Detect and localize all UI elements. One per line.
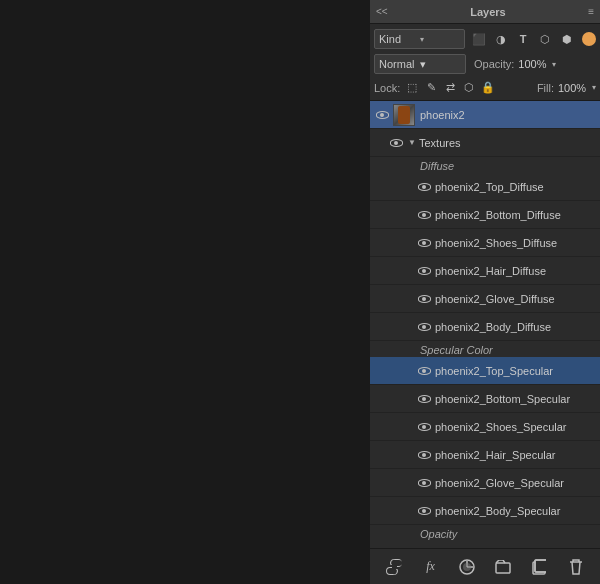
layer-item[interactable]: phoenix2_Glove_Diffuse — [370, 285, 600, 313]
visibility-icon[interactable] — [416, 179, 432, 195]
layers-toolbar: Kind ▾ ⬛ ◑ T ⬡ ⬢ Normal ▾ Opacity: 100% … — [370, 24, 600, 101]
lock-frame-icon[interactable]: ⬡ — [461, 80, 477, 96]
visibility-icon[interactable] — [416, 503, 432, 519]
lock-label: Lock: — [374, 82, 400, 94]
new-layer-icon[interactable] — [527, 555, 551, 579]
visibility-icon[interactable] — [416, 475, 432, 491]
adjustment-filter-icon[interactable]: ◑ — [492, 30, 510, 48]
visibility-icon[interactable] — [388, 135, 404, 151]
layer-item[interactable]: phoenix2_Top_Diffuse — [370, 173, 600, 201]
fx-icon[interactable]: fx — [418, 555, 442, 579]
fill-label: Fill: — [537, 82, 554, 94]
opacity-label: Opacity: — [474, 58, 514, 70]
layers-bottom-bar: fx — [370, 548, 600, 584]
layer-item[interactable]: phoenix2_Bottom_Specular — [370, 385, 600, 413]
text-filter-icon[interactable]: T — [514, 30, 532, 48]
fill-value[interactable]: 100% — [558, 82, 588, 94]
lock-icons: ⬚ ✎ ⇄ ⬡ 🔒 — [404, 80, 496, 96]
group-expand-icon[interactable]: ▼ — [407, 138, 417, 148]
layer-name: phoenix2_Shoes_Specular — [435, 421, 596, 433]
kind-chevron: ▾ — [420, 35, 461, 44]
delete-layer-icon[interactable] — [564, 555, 588, 579]
blend-chevron: ▾ — [420, 58, 461, 71]
titlebar-right-icons: ≡ — [588, 6, 594, 17]
shape-filter-icon[interactable]: ⬡ — [536, 30, 554, 48]
layer-item[interactable]: phoenix2_Shoes_Diffuse — [370, 229, 600, 257]
layer-item[interactable]: phoenix2_Top_Opacity — [370, 541, 600, 548]
layers-list[interactable]: phoenix2 ▼ Textures Diffuse phoenix2_Top… — [370, 101, 600, 548]
lock-position-icon[interactable]: ✎ — [423, 80, 439, 96]
layer-item[interactable]: phoenix2_Bottom_Diffuse — [370, 201, 600, 229]
smart-filter-icon[interactable]: ⬢ — [558, 30, 576, 48]
layers-panel: << Layers ≡ Kind ▾ ⬛ ◑ T ⬡ ⬢ No — [370, 0, 600, 584]
thumb-figure — [398, 106, 410, 124]
blend-opacity-row: Normal ▾ Opacity: 100% ▾ — [374, 53, 596, 75]
filter-toggle[interactable] — [582, 32, 596, 46]
menu-icon[interactable]: ≡ — [588, 6, 594, 17]
lock-artboards-icon[interactable]: ⇄ — [442, 80, 458, 96]
blend-mode-value: Normal — [379, 58, 420, 70]
layer-name: phoenix2_Top_Specular — [435, 365, 596, 377]
section-label: Specular Color — [370, 341, 600, 357]
visibility-icon[interactable] — [416, 419, 432, 435]
layer-item[interactable]: phoenix2_Body_Specular — [370, 497, 600, 525]
visibility-icon[interactable] — [416, 447, 432, 463]
opacity-value[interactable]: 100% — [518, 58, 548, 70]
blend-mode-dropdown[interactable]: Normal ▾ — [374, 54, 466, 74]
panel-titlebar: << Layers ≡ — [370, 0, 600, 24]
layer-item[interactable]: phoenix2_Glove_Specular — [370, 469, 600, 497]
layer-name: phoenix2_Body_Specular — [435, 505, 596, 517]
layer-name: phoenix2_Bottom_Diffuse — [435, 209, 596, 221]
opacity-chevron[interactable]: ▾ — [552, 60, 556, 69]
visibility-icon[interactable] — [416, 391, 432, 407]
layer-name: phoenix2 — [420, 109, 596, 121]
layer-name: phoenix2_Shoes_Diffuse — [435, 237, 596, 249]
pixel-filter-icon[interactable]: ⬛ — [470, 30, 488, 48]
layer-name: phoenix2_Glove_Specular — [435, 477, 596, 489]
lock-pixels-icon[interactable]: ⬚ — [404, 80, 420, 96]
visibility-icon[interactable] — [416, 363, 432, 379]
visibility-icon[interactable] — [416, 319, 432, 335]
visibility-icon[interactable] — [416, 235, 432, 251]
layer-name: phoenix2_Bottom_Specular — [435, 393, 596, 405]
visibility-icon[interactable] — [416, 291, 432, 307]
layer-item[interactable]: phoenix2_Body_Diffuse — [370, 313, 600, 341]
lock-fill-row: Lock: ⬚ ✎ ⇄ ⬡ 🔒 Fill: 100% ▾ — [374, 78, 596, 100]
visibility-icon[interactable] — [416, 263, 432, 279]
layer-name: phoenix2_Top_Diffuse — [435, 181, 596, 193]
new-fill-adjustment-icon[interactable] — [455, 555, 479, 579]
lock-all-icon[interactable]: 🔒 — [480, 80, 496, 96]
layer-item[interactable]: phoenix2_Shoes_Specular — [370, 413, 600, 441]
svg-rect-2 — [496, 563, 510, 573]
kind-row: Kind ▾ ⬛ ◑ T ⬡ ⬢ — [374, 28, 596, 50]
layer-item[interactable]: phoenix2_Hair_Diffuse — [370, 257, 600, 285]
titlebar-left-icons: << — [376, 6, 388, 17]
layer-item[interactable]: phoenix2 — [370, 101, 600, 129]
visibility-icon[interactable] — [416, 547, 432, 549]
visibility-icon[interactable] — [416, 207, 432, 223]
layer-name: phoenix2_Hair_Specular — [435, 449, 596, 461]
layer-name: phoenix2_Glove_Diffuse — [435, 293, 596, 305]
section-label: Opacity — [370, 525, 600, 541]
section-label: Diffuse — [370, 157, 600, 173]
layer-item[interactable]: ▼ Textures — [370, 129, 600, 157]
new-group-icon[interactable] — [491, 555, 515, 579]
layer-item[interactable]: phoenix2_Hair_Specular — [370, 441, 600, 469]
fill-chevron[interactable]: ▾ — [592, 83, 596, 92]
background-overlay — [0, 0, 370, 584]
kind-dropdown[interactable]: Kind ▾ — [374, 29, 465, 49]
layer-item[interactable]: phoenix2_Top_Specular — [370, 357, 600, 385]
svg-rect-4 — [535, 560, 546, 572]
link-layers-icon[interactable] — [382, 555, 406, 579]
panel-title: Layers — [470, 6, 505, 18]
layer-thumbnail — [393, 104, 415, 126]
visibility-icon[interactable] — [374, 107, 390, 123]
layer-name: phoenix2_Hair_Diffuse — [435, 265, 596, 277]
filter-icons: ⬛ ◑ T ⬡ ⬢ — [468, 30, 596, 48]
collapse-icon[interactable]: << — [376, 6, 388, 17]
kind-label: Kind — [379, 33, 420, 45]
layer-name: Textures — [419, 137, 596, 149]
layer-name: phoenix2_Body_Diffuse — [435, 321, 596, 333]
